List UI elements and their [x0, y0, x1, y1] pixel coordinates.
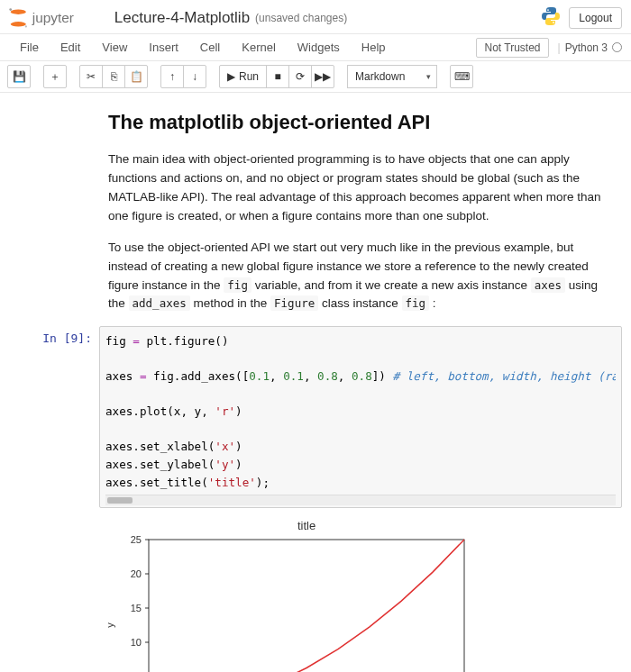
- paragraph-1: The main idea with object-oriented progr…: [108, 150, 604, 226]
- plus-icon: ＋: [50, 69, 60, 85]
- section-heading: The matplotlib object-oriented API: [108, 111, 604, 134]
- notebook-header: jupyter Lecture-4-Matplotlib (unsaved ch…: [0, 0, 631, 34]
- menu-kernel[interactable]: Kernel: [231, 35, 287, 59]
- svg-text:15: 15: [131, 603, 142, 613]
- svg-rect-5: [149, 540, 464, 672]
- scrollbar-thumb[interactable]: [107, 497, 133, 504]
- kernel-name: Python 3: [565, 41, 608, 54]
- inline-code: axes: [531, 277, 565, 293]
- menu-view[interactable]: View: [91, 35, 138, 59]
- interrupt-button[interactable]: ■: [266, 65, 289, 88]
- scissors-icon: ✂: [87, 70, 96, 83]
- fast-forward-icon: ▶▶: [315, 70, 331, 83]
- svg-text:y: y: [105, 622, 115, 628]
- save-status: (unsaved changes): [255, 12, 347, 24]
- python-logo-icon: [540, 5, 562, 30]
- menu-cell[interactable]: Cell: [189, 35, 231, 59]
- code-cell[interactable]: In [9]: fig = plt.figure() axes = fig.ad…: [9, 326, 622, 508]
- move-up-button[interactable]: ↑: [160, 65, 184, 88]
- svg-point-1: [11, 22, 26, 26]
- output-area: 0123450510152025titlexy: [99, 517, 622, 672]
- kernel-status-icon: [612, 42, 622, 52]
- insert-cell-button[interactable]: ＋: [43, 65, 67, 88]
- markdown-cell[interactable]: The matplotlib object-oriented API The m…: [108, 111, 604, 313]
- svg-text:25: 25: [131, 534, 142, 545]
- menu-widgets[interactable]: Widgets: [287, 35, 351, 59]
- input-prompt: In [9]:: [9, 326, 99, 508]
- copy-button[interactable]: ⎘: [102, 65, 125, 88]
- menu-insert[interactable]: Insert: [138, 35, 189, 59]
- jupyter-logo[interactable]: jupyter: [9, 7, 102, 29]
- save-button[interactable]: 💾: [7, 65, 31, 88]
- copy-icon: ⎘: [111, 70, 117, 83]
- command-palette-button[interactable]: ⌨: [450, 65, 473, 88]
- restart-run-all-button[interactable]: ▶▶: [311, 65, 334, 88]
- inline-code: fig: [402, 295, 430, 311]
- kernel-indicator[interactable]: | Python 3: [558, 41, 623, 54]
- arrow-up-icon: ↑: [169, 70, 175, 83]
- cut-button[interactable]: ✂: [79, 65, 103, 88]
- inline-code: Figure: [270, 295, 318, 311]
- inline-code: fig: [224, 277, 251, 293]
- cell-type-select[interactable]: Markdown: [347, 65, 437, 88]
- keyboard-icon: ⌨: [454, 70, 470, 83]
- paragraph-2: To use the object-oriented API we start …: [108, 239, 604, 314]
- restart-icon: ⟳: [296, 70, 305, 83]
- menu-edit[interactable]: Edit: [50, 35, 91, 59]
- svg-text:title: title: [297, 519, 316, 532]
- notebook-name[interactable]: Lecture-4-Matplotlib: [114, 9, 250, 27]
- menu-help[interactable]: Help: [351, 35, 397, 59]
- toolbar: 💾 ＋ ✂ ⎘ 📋 ↑ ↓ ▶Run ■ ⟳ ▶▶ Markdown ⌨: [0, 61, 631, 93]
- notebook-area: The matplotlib object-oriented API The m…: [0, 93, 631, 672]
- move-down-button[interactable]: ↓: [183, 65, 206, 88]
- svg-point-3: [25, 25, 27, 27]
- code-input-area[interactable]: fig = plt.figure() axes = fig.add_axes([…: [99, 326, 622, 508]
- paste-button[interactable]: 📋: [124, 65, 148, 88]
- stop-icon: ■: [274, 70, 280, 83]
- svg-point-0: [11, 9, 26, 14]
- menu-file[interactable]: File: [9, 35, 50, 59]
- menubar: File Edit View Insert Cell Kernel Widget…: [0, 34, 631, 61]
- run-icon: ▶: [227, 70, 235, 83]
- inline-code: add_axes: [129, 295, 190, 311]
- svg-text:10: 10: [131, 637, 142, 648]
- svg-text:jupyter: jupyter: [32, 10, 74, 25]
- logout-button[interactable]: Logout: [569, 7, 622, 29]
- trust-indicator[interactable]: Not Trusted: [476, 38, 548, 58]
- svg-point-2: [9, 8, 12, 11]
- run-button[interactable]: ▶Run: [219, 65, 267, 88]
- arrow-down-icon: ↓: [192, 70, 197, 83]
- save-icon: 💾: [13, 70, 26, 83]
- matplotlib-figure: 0123450510152025titlexy: [99, 517, 478, 672]
- code-source[interactable]: fig = plt.figure() axes = fig.add_axes([…: [105, 332, 616, 491]
- svg-text:20: 20: [131, 568, 142, 579]
- horizontal-scrollbar[interactable]: [105, 495, 616, 505]
- clipboard-icon: 📋: [130, 70, 143, 83]
- restart-button[interactable]: ⟳: [288, 65, 312, 88]
